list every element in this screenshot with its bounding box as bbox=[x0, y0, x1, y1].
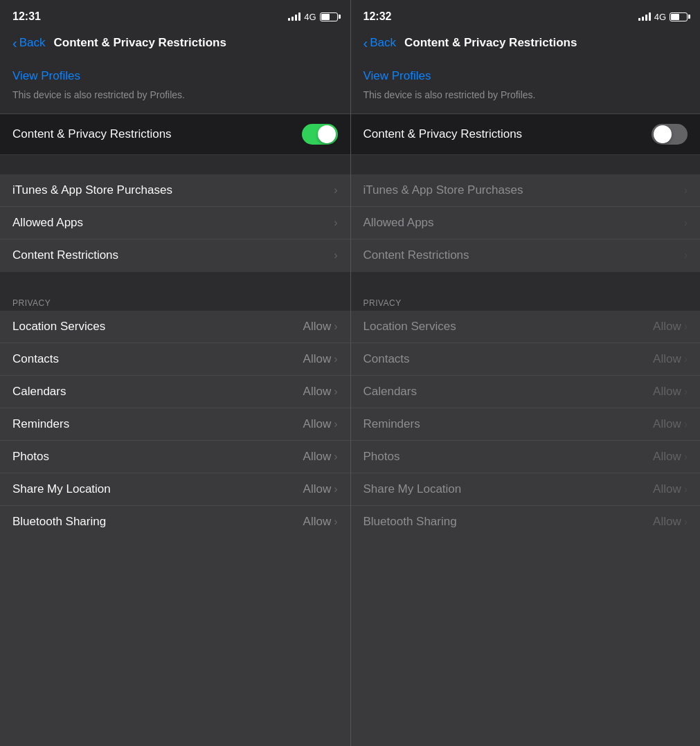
right-reminders-item[interactable]: Reminders Allow › bbox=[351, 408, 701, 441]
left-share-location-item[interactable]: Share My Location Allow › bbox=[0, 473, 350, 506]
left-privacy-group: Location Services Allow › Contacts Allow… bbox=[0, 311, 350, 538]
left-location-services-chevron-icon: › bbox=[334, 320, 337, 333]
left-contacts-value: Allow bbox=[303, 352, 332, 366]
left-calendars-right: Allow › bbox=[303, 385, 338, 399]
left-nav-title: Content & Privacy Restrictions bbox=[53, 36, 226, 50]
right-status-icons: 4G bbox=[638, 12, 688, 22]
right-toggle-switch[interactable] bbox=[652, 124, 688, 145]
right-bluetooth-item[interactable]: Bluetooth Sharing Allow › bbox=[351, 506, 701, 538]
right-back-button[interactable]: ‹ Back bbox=[364, 36, 396, 50]
right-allowed-apps-chevron-icon: › bbox=[684, 217, 688, 229]
right-bluetooth-right: Allow › bbox=[653, 515, 688, 529]
right-gap-1 bbox=[351, 155, 701, 174]
right-allowed-apps-label: Allowed Apps bbox=[364, 216, 434, 230]
right-share-location-item[interactable]: Share My Location Allow › bbox=[351, 473, 701, 506]
left-privacy-section-header: PRIVACY bbox=[0, 291, 350, 311]
right-reminders-value: Allow bbox=[653, 417, 681, 431]
right-contacts-right: Allow › bbox=[653, 352, 688, 366]
right-photos-label: Photos bbox=[364, 450, 400, 464]
left-back-label: Back bbox=[19, 36, 46, 50]
left-calendars-item[interactable]: Calendars Allow › bbox=[0, 376, 350, 408]
left-reminders-value: Allow bbox=[303, 417, 332, 431]
left-photos-value: Allow bbox=[303, 450, 332, 464]
left-content-restrictions-item[interactable]: Content Restrictions › bbox=[0, 239, 350, 271]
right-view-profiles-link[interactable]: View Profiles bbox=[364, 69, 688, 83]
right-bluetooth-value: Allow bbox=[653, 515, 681, 529]
left-photos-right: Allow › bbox=[303, 450, 338, 464]
left-itunes-item[interactable]: iTunes & App Store Purchases › bbox=[0, 174, 350, 207]
left-share-location-label: Share My Location bbox=[12, 482, 111, 496]
right-location-services-label: Location Services bbox=[364, 320, 456, 334]
left-photos-chevron-icon: › bbox=[334, 451, 337, 463]
left-profile-section: View Profiles This device is also restri… bbox=[0, 58, 350, 114]
right-time: 12:32 bbox=[364, 10, 392, 23]
left-contacts-chevron-icon: › bbox=[334, 353, 337, 365]
left-photos-item[interactable]: Photos Allow › bbox=[0, 441, 350, 473]
right-itunes-label: iTunes & App Store Purchases bbox=[364, 183, 523, 197]
left-profile-subtitle: This device is also restricted by Profil… bbox=[12, 89, 185, 100]
right-photos-item[interactable]: Photos Allow › bbox=[351, 441, 701, 473]
right-share-location-chevron-icon: › bbox=[684, 483, 688, 495]
left-toggle-section: Content & Privacy Restrictions bbox=[0, 114, 350, 155]
right-privacy-group: Location Services Allow › Contacts Allow… bbox=[351, 311, 701, 538]
left-top-items-group: iTunes & App Store Purchases › Allowed A… bbox=[0, 174, 350, 271]
right-contacts-value: Allow bbox=[653, 352, 681, 366]
left-reminders-item[interactable]: Reminders Allow › bbox=[0, 408, 350, 441]
right-signal-icon bbox=[638, 12, 651, 21]
left-itunes-label: iTunes & App Store Purchases bbox=[12, 183, 172, 197]
right-back-label: Back bbox=[370, 36, 396, 50]
left-toggle-knob bbox=[318, 125, 336, 143]
left-allowed-apps-right: › bbox=[334, 217, 337, 229]
left-view-profiles-link[interactable]: View Profiles bbox=[12, 69, 338, 83]
right-reminders-right: Allow › bbox=[653, 417, 688, 431]
left-allowed-apps-item[interactable]: Allowed Apps › bbox=[0, 207, 350, 239]
left-back-chevron-icon: ‹ bbox=[12, 36, 17, 50]
left-location-services-label: Location Services bbox=[12, 320, 105, 334]
right-itunes-chevron-icon: › bbox=[684, 184, 688, 197]
left-allowed-apps-chevron-icon: › bbox=[334, 217, 337, 229]
right-battery-icon bbox=[670, 12, 688, 21]
right-toggle-section: Content & Privacy Restrictions bbox=[351, 114, 701, 155]
right-allowed-apps-item[interactable]: Allowed Apps › bbox=[351, 207, 701, 239]
left-location-services-value: Allow bbox=[303, 320, 332, 334]
right-profile-section: View Profiles This device is also restri… bbox=[351, 58, 701, 114]
right-location-services-item[interactable]: Location Services Allow › bbox=[351, 311, 701, 343]
right-itunes-item[interactable]: iTunes & App Store Purchases › bbox=[351, 174, 701, 207]
right-reminders-label: Reminders bbox=[364, 417, 420, 431]
right-content-restrictions-right: › bbox=[684, 249, 688, 262]
right-contacts-item[interactable]: Contacts Allow › bbox=[351, 343, 701, 376]
right-calendars-label: Calendars bbox=[364, 385, 418, 399]
left-photos-label: Photos bbox=[12, 450, 49, 464]
left-signal-icon bbox=[288, 12, 300, 21]
right-share-location-label: Share My Location bbox=[364, 482, 462, 496]
right-calendars-item[interactable]: Calendars Allow › bbox=[351, 376, 701, 408]
right-content-restrictions-item[interactable]: Content Restrictions › bbox=[351, 239, 701, 271]
right-bluetooth-label: Bluetooth Sharing bbox=[364, 515, 457, 529]
left-bluetooth-label: Bluetooth Sharing bbox=[12, 515, 106, 529]
right-top-items-group: iTunes & App Store Purchases › Allowed A… bbox=[351, 174, 701, 271]
right-contacts-chevron-icon: › bbox=[684, 353, 688, 365]
left-content-restrictions-chevron-icon: › bbox=[334, 249, 337, 262]
left-time: 12:31 bbox=[12, 10, 41, 23]
left-battery-icon bbox=[320, 12, 338, 21]
left-bluetooth-item[interactable]: Bluetooth Sharing Allow › bbox=[0, 506, 350, 538]
left-content-restrictions-label: Content Restrictions bbox=[12, 248, 118, 262]
left-bluetooth-right: Allow › bbox=[303, 515, 338, 529]
right-nav-title: Content & Privacy Restrictions bbox=[404, 36, 577, 50]
left-status-icons: 4G bbox=[288, 12, 337, 22]
right-photos-chevron-icon: › bbox=[684, 451, 688, 463]
left-toggle-switch[interactable] bbox=[302, 124, 338, 145]
right-location-services-chevron-icon: › bbox=[684, 320, 688, 333]
right-network-label: 4G bbox=[654, 12, 666, 22]
right-photos-value: Allow bbox=[653, 450, 681, 464]
left-itunes-chevron-icon: › bbox=[334, 184, 337, 197]
left-back-button[interactable]: ‹ Back bbox=[12, 36, 45, 50]
right-contacts-label: Contacts bbox=[364, 352, 410, 366]
left-location-services-item[interactable]: Location Services Allow › bbox=[0, 311, 350, 343]
left-calendars-label: Calendars bbox=[12, 385, 66, 399]
left-network-label: 4G bbox=[304, 12, 316, 22]
left-contacts-item[interactable]: Contacts Allow › bbox=[0, 343, 350, 376]
right-calendars-right: Allow › bbox=[653, 385, 688, 399]
right-share-location-right: Allow › bbox=[653, 482, 688, 496]
left-reminders-right: Allow › bbox=[303, 417, 338, 431]
